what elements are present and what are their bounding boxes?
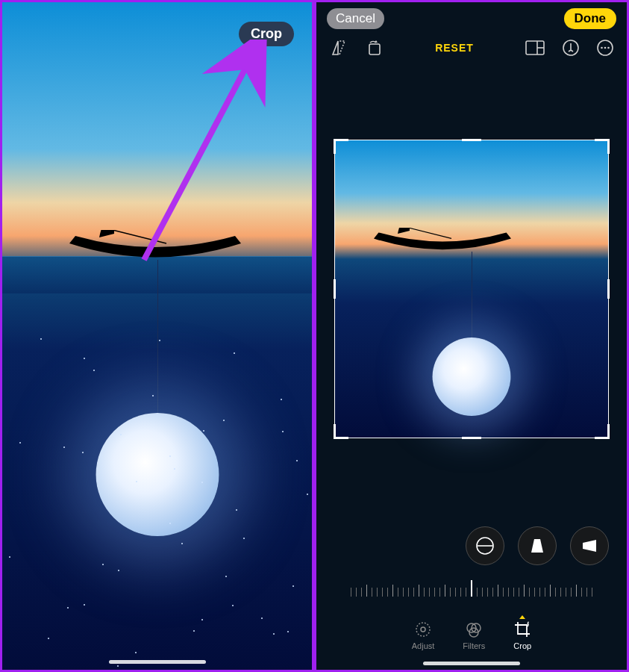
viewer-screen: Crop [0,0,314,672]
tab-label: Filters [463,641,485,650]
editor-screen: Cancel Done RESET [314,0,629,672]
more-icon[interactable] [594,37,616,59]
straighten-slider[interactable] [334,577,609,597]
flip-icon[interactable] [327,37,351,59]
perspective-controls [466,526,609,565]
cancel-button[interactable]: Cancel [327,8,384,29]
illustration-boat [372,228,513,252]
aspect-ratio-icon[interactable] [522,37,548,58]
illustration-moon [433,337,511,416]
svg-point-15 [421,627,425,632]
svg-rect-2 [369,44,380,55]
straighten-button[interactable] [466,526,504,565]
svg-point-8 [601,47,603,49]
top-bar: Cancel Done [316,2,627,32]
reset-button[interactable]: RESET [435,42,474,54]
crop-image-preview [334,140,609,438]
tab-filters[interactable]: Filters [463,615,485,650]
home-indicator[interactable] [109,660,206,664]
crop-toolbar: RESET [316,32,627,66]
svg-point-10 [607,47,610,49]
horizontal-perspective-button[interactable] [570,526,609,565]
crop-button[interactable]: Crop [239,22,294,46]
done-button[interactable]: Done [564,8,617,29]
photo-illustration [2,2,312,670]
tab-label: Adjust [412,641,435,650]
home-indicator[interactable] [423,662,520,665]
illustration-boat [69,230,241,260]
vertical-perspective-button[interactable] [518,526,557,565]
tick-marks [351,577,592,597]
tab-adjust[interactable]: Adjust [412,615,435,650]
tab-label: Crop [513,641,531,650]
svg-point-14 [416,623,430,636]
slider-center-indicator [471,580,472,597]
svg-point-9 [604,47,607,49]
rotate-icon[interactable] [363,37,387,59]
tab-crop[interactable]: Crop [513,615,531,650]
editor-mode-tabs: Adjust Filters Crop [316,615,627,650]
svg-line-11 [408,228,451,238]
markup-icon[interactable] [560,37,582,59]
svg-line-0 [113,230,166,243]
illustration-fishing-line [472,252,472,341]
crop-canvas[interactable] [334,140,609,438]
